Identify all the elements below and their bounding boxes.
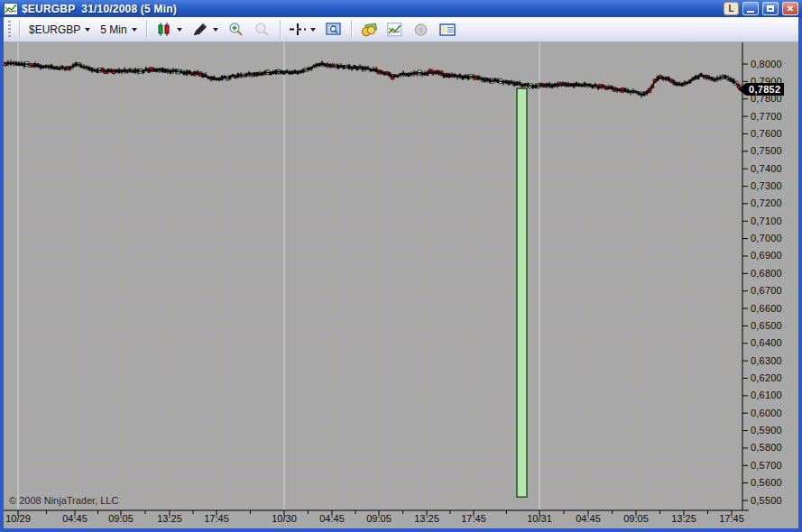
crosshair-dropdown[interactable] xyxy=(285,20,320,40)
price-axis-label: 0,6900 xyxy=(751,250,797,261)
price-axis-label: 0,5700 xyxy=(751,460,797,471)
minimize-button[interactable] xyxy=(742,2,759,15)
price-axis-label: 0,6800 xyxy=(751,268,797,279)
dollar-coin-icon: $ xyxy=(413,22,429,37)
time-axis-label: 13:25 xyxy=(148,513,191,524)
price-axis-label: 0,6500 xyxy=(751,320,797,331)
properties-button[interactable] xyxy=(435,20,460,40)
titlebar[interactable]: $EURGBP 31/10/2008 (5 Min) L ✕ xyxy=(0,0,802,17)
toolbar-separator xyxy=(19,21,20,39)
instrument-label: $EURGBP xyxy=(29,23,80,36)
data-box-button[interactable] xyxy=(321,20,346,40)
window-title: $EURGBP 31/10/2008 (5 Min) xyxy=(22,3,720,15)
chart-canvas[interactable]: 0,80000,79000,78000,77000,76000,75000,74… xyxy=(4,42,798,528)
zoom-in-button[interactable] xyxy=(224,20,249,40)
time-axis-label: 10/31 xyxy=(518,513,561,524)
zoom-in-icon xyxy=(228,22,244,37)
link-button[interactable]: L xyxy=(724,2,739,15)
price-axis-label: 0,6700 xyxy=(751,285,797,296)
last-price-value: 0,7852 xyxy=(746,83,784,96)
data-box-icon xyxy=(326,22,342,37)
toolbar-grip[interactable] xyxy=(7,21,13,39)
pencil-icon xyxy=(192,22,208,37)
toolbar-separator xyxy=(146,21,147,39)
price-axis-label: 0,6300 xyxy=(751,355,797,366)
time-axis-label: 04:45 xyxy=(310,513,354,524)
chart-style-dropdown[interactable] xyxy=(152,20,187,40)
chart-toolbar: $EURGBP 5 Min xyxy=(4,17,798,42)
price-axis-label: 0,7000 xyxy=(751,233,797,243)
svg-text:$: $ xyxy=(419,26,423,34)
price-axis-label: 0,6000 xyxy=(751,408,797,418)
marker-arrow-icon xyxy=(738,83,746,96)
time-axis-label: 04:45 xyxy=(53,513,97,524)
time-axis-label: 04:45 xyxy=(567,513,610,524)
price-axis-label: 0,7700 xyxy=(751,111,797,122)
mini-chart-button[interactable] xyxy=(383,20,408,40)
price-axis-label: 0,5800 xyxy=(751,442,797,453)
price-axis-label: 0,6100 xyxy=(751,390,797,400)
price-plot xyxy=(4,42,798,528)
price-axis-label: 0,6600 xyxy=(751,303,797,314)
chevron-down-icon xyxy=(85,28,90,32)
money-coins-icon xyxy=(361,22,377,37)
chevron-down-icon xyxy=(177,28,182,32)
time-axis-label: 09:05 xyxy=(614,513,658,524)
price-axis-label: 0,7300 xyxy=(751,180,797,191)
candlestick-style-icon xyxy=(156,22,172,37)
price-axis-label: 0,5900 xyxy=(751,425,797,436)
ninjatrader-chart-window: $EURGBP 31/10/2008 (5 Min) L ✕ $EURGBP 5… xyxy=(0,0,802,532)
price-axis-label: 0,7600 xyxy=(751,128,797,139)
price-axis-label: 0,5500 xyxy=(751,495,797,506)
last-price-marker: 0,7852 xyxy=(738,83,784,96)
time-axis-label: 17:45 xyxy=(452,513,495,524)
interval-label: 5 Min xyxy=(100,23,126,36)
price-axis-label: 0,7400 xyxy=(751,163,797,174)
time-axis-label: 10/30 xyxy=(263,513,306,524)
price-axis-label: 0,8000 xyxy=(751,59,797,69)
maximize-button[interactable] xyxy=(762,2,779,15)
time-axis-label: 09:05 xyxy=(99,513,143,524)
copyright-label: © 2008 NinjaTrader, LLC xyxy=(9,495,118,506)
crosshair-icon xyxy=(290,22,306,37)
time-axis-label: 09:05 xyxy=(357,513,401,524)
time-axis-label: 17:45 xyxy=(195,513,238,524)
mini-chart-icon xyxy=(387,22,403,37)
time-axis-label: 10/29 xyxy=(4,513,40,524)
chevron-down-icon xyxy=(132,28,137,32)
chevron-down-icon xyxy=(213,28,218,32)
zoom-out-icon xyxy=(254,22,271,37)
money-button[interactable] xyxy=(356,20,382,40)
price-axis-label: 0,6200 xyxy=(751,372,797,383)
price-axis-label: 0,5600 xyxy=(751,477,797,488)
instrument-dropdown[interactable]: $EURGBP xyxy=(24,20,95,40)
drawing-tools-dropdown[interactable] xyxy=(188,20,223,40)
dollar-button-disabled[interactable]: $ xyxy=(409,20,434,40)
close-button[interactable]: ✕ xyxy=(782,2,798,15)
time-axis-label: 13:25 xyxy=(662,513,705,524)
time-axis-label: 13:25 xyxy=(405,513,448,524)
price-axis-label: 0,7200 xyxy=(751,197,797,208)
chart-app-icon xyxy=(4,3,18,15)
price-axis-label: 0,7100 xyxy=(751,216,797,226)
toolbar-separator xyxy=(351,21,352,39)
properties-grid-icon xyxy=(439,22,456,37)
toolbar-separator xyxy=(280,21,281,39)
price-axis-label: 0,7500 xyxy=(751,145,797,156)
chevron-down-icon xyxy=(310,28,316,32)
interval-dropdown[interactable]: 5 Min xyxy=(96,20,141,40)
zoom-out-button[interactable] xyxy=(250,20,275,40)
price-axis-label: 0,6400 xyxy=(751,337,797,348)
time-axis-label: 17:45 xyxy=(710,513,753,524)
